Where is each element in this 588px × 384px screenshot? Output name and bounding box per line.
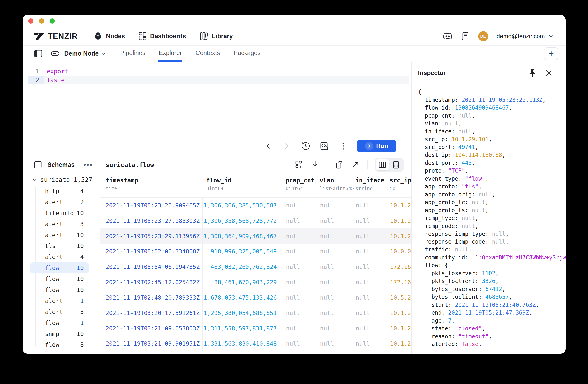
cell-pcap_cnt[interactable]: null xyxy=(282,320,316,336)
table-row[interactable]: 2021-11-19T03:20:17.591261Z1,295,380,054… xyxy=(100,305,411,320)
cell-vlan[interactable]: null xyxy=(316,336,352,351)
close-window-button[interactable] xyxy=(28,18,33,23)
expand-icon[interactable] xyxy=(351,160,360,170)
schemas-menu-icon[interactable]: ••• xyxy=(84,164,93,166)
minimize-window-button[interactable] xyxy=(39,18,44,23)
schema-item-alert[interactable]: alert3 xyxy=(30,218,89,230)
cell-vlan[interactable]: null xyxy=(316,259,352,275)
tenzir-logo[interactable]: TENZIR xyxy=(34,32,78,41)
cell-vlan[interactable]: null xyxy=(316,275,352,290)
schema-item-flow[interactable]: flow10 xyxy=(30,284,89,295)
cell-flow_id[interactable]: 1,678,053,475,133,426 xyxy=(202,290,282,305)
zoom-window-button[interactable] xyxy=(50,18,55,23)
schema-item-flow[interactable]: flow10 xyxy=(30,274,89,284)
cell-in_iface[interactable]: null xyxy=(352,275,387,290)
tab-contexts[interactable]: Contexts xyxy=(195,46,220,62)
table-row[interactable]: 2021-11-19T02:48:20.789333Z1,678,053,475… xyxy=(100,290,411,305)
cell-timestamp[interactable]: 2021-11-19T05:54:06.094735Z xyxy=(100,259,202,275)
cell-flow_id[interactable]: 483,032,260,762,824 xyxy=(202,259,282,275)
cell-in_iface[interactable]: null xyxy=(352,213,387,228)
cell-pcap_cnt[interactable]: null xyxy=(282,259,316,275)
chevron-down-icon[interactable] xyxy=(549,35,554,38)
back-icon[interactable] xyxy=(263,142,273,151)
cell-timestamp[interactable]: 2021-11-19T03:21:09.653803Z xyxy=(100,320,202,336)
cell-src_ip[interactable]: 10.0.0 xyxy=(387,244,411,259)
panel-collapse-icon[interactable] xyxy=(34,161,42,169)
cell-pcap_cnt[interactable]: null xyxy=(282,305,316,320)
cell-vlan[interactable]: null xyxy=(316,228,352,244)
add-to-dashboard-icon[interactable] xyxy=(294,160,303,170)
chevron-down-icon[interactable] xyxy=(101,52,105,55)
cell-pcap_cnt[interactable]: null xyxy=(282,275,316,290)
cell-flow_id[interactable]: 1,308,364,909,468,467 xyxy=(202,228,282,244)
nav-item-nodes[interactable]: Nodes xyxy=(93,32,125,41)
cell-in_iface[interactable]: null xyxy=(352,228,387,244)
download-icon[interactable] xyxy=(311,160,320,170)
schema-item-http[interactable]: http4 xyxy=(30,186,89,197)
cell-flow_id[interactable]: 1,331,563,830,410,848 xyxy=(202,336,282,351)
cell-src_ip[interactable]: 10.1.2 xyxy=(387,228,411,244)
table-row[interactable]: 2021-11-19T03:21:09.653803Z1,311,558,597… xyxy=(100,320,411,336)
docs-icon[interactable] xyxy=(461,32,470,41)
column-pcap-cnt[interactable]: pcap_cnt uint64 xyxy=(282,174,316,197)
cell-vlan[interactable]: null xyxy=(316,213,352,228)
table-view-icon[interactable] xyxy=(376,159,389,171)
inspector-json[interactable]: { timestamp: 2021-11-19T05:23:29.113Z, f… xyxy=(412,85,566,354)
cell-pcap_cnt[interactable]: null xyxy=(282,228,316,244)
cell-timestamp[interactable]: 2021-11-19T05:23:26.909465Z xyxy=(100,198,202,213)
cell-src_ip[interactable]: 10.1.2 xyxy=(387,198,411,213)
inspect-code-icon[interactable] xyxy=(320,142,329,151)
cell-timestamp[interactable]: 2021-11-19T02:48:20.789333Z xyxy=(100,290,202,305)
schema-item-flow[interactable]: flow1 xyxy=(30,317,89,328)
cell-src_ip[interactable]: 10.1.2 xyxy=(387,213,411,228)
cell-src_ip[interactable]: 10.5.2 xyxy=(387,290,411,305)
node-selector[interactable]: Demo Node xyxy=(64,50,99,57)
run-button[interactable]: Run xyxy=(357,140,396,152)
cell-pcap_cnt[interactable]: null xyxy=(282,336,316,351)
cell-pcap_cnt[interactable]: null xyxy=(282,198,316,213)
schema-item-flow[interactable]: flow10 xyxy=(30,262,89,274)
cell-timestamp[interactable]: 2021-11-19T03:20:17.591261Z xyxy=(100,305,202,320)
query-editor[interactable]: 1 export 2 taste xyxy=(22,62,411,85)
table-row[interactable]: 2021-11-19T03:21:09.901951Z1,331,563,830… xyxy=(100,336,411,351)
cell-flow_id[interactable]: 1,306,358,568,728,772 xyxy=(202,213,282,228)
close-icon[interactable] xyxy=(545,69,552,77)
cell-in_iface[interactable]: null xyxy=(352,259,387,275)
nav-item-dashboards[interactable]: Dashboards xyxy=(138,32,186,41)
table-row[interactable]: 2021-11-19T05:23:26.909465Z1,306,366,385… xyxy=(100,198,411,213)
schema-group-suricata[interactable]: suricata 1,527 xyxy=(22,174,100,186)
column-flow-id[interactable]: flow_id uint64 xyxy=(202,174,282,197)
cell-vlan[interactable]: null xyxy=(316,290,352,305)
nav-item-library[interactable]: Library xyxy=(199,32,233,41)
history-icon[interactable] xyxy=(301,142,310,151)
schema-item-alert[interactable]: alert4 xyxy=(30,252,89,262)
forward-icon[interactable] xyxy=(282,142,291,151)
cell-vlan[interactable]: null xyxy=(316,305,352,320)
cell-vlan[interactable]: null xyxy=(316,244,352,259)
cell-vlan[interactable]: null xyxy=(316,320,352,336)
editor-code[interactable]: taste xyxy=(43,76,409,85)
cell-in_iface[interactable]: null xyxy=(352,320,387,336)
schema-item-snmp[interactable]: snmp10 xyxy=(30,328,89,339)
table-row[interactable]: 2021-11-19T05:52:06.334808Z918,996,325,0… xyxy=(100,244,411,259)
cell-src_ip[interactable]: 10.1.2 xyxy=(387,336,411,351)
table-row[interactable]: 2021-11-19T05:23:27.985303Z1,306,358,568… xyxy=(100,213,411,228)
editor-line-active[interactable]: 2 taste xyxy=(22,76,411,85)
schema-item-flow[interactable]: flow8 xyxy=(30,339,89,350)
column-timestamp[interactable]: timestamp time xyxy=(100,174,202,197)
tab-pipelines[interactable]: Pipelines xyxy=(120,46,146,62)
chevron-down-icon[interactable] xyxy=(33,178,37,181)
cell-timestamp[interactable]: 2021-11-19T05:23:27.985303Z xyxy=(100,213,202,228)
schema-item-tls[interactable]: tls10 xyxy=(30,240,89,252)
column-in-iface[interactable]: in_iface string xyxy=(352,174,387,197)
cell-in_iface[interactable]: null xyxy=(352,198,387,213)
table-row[interactable]: 2021-11-19T05:54:06.094735Z483,032,260,7… xyxy=(100,259,411,275)
sidebar-toggle-icon[interactable] xyxy=(34,49,43,58)
cell-flow_id[interactable]: 88,461,670,903,229 xyxy=(202,275,282,290)
cell-timestamp[interactable]: 2021-11-19T03:21:09.901951Z xyxy=(100,336,202,351)
table-row[interactable]: 2021-11-19T05:23:29.113956Z1,308,364,909… xyxy=(100,228,411,244)
schema-item-alert[interactable]: alert3 xyxy=(30,306,89,317)
cell-in_iface[interactable]: null xyxy=(352,290,387,305)
cell-pcap_cnt[interactable]: null xyxy=(282,244,316,259)
pin-icon[interactable] xyxy=(529,69,536,77)
